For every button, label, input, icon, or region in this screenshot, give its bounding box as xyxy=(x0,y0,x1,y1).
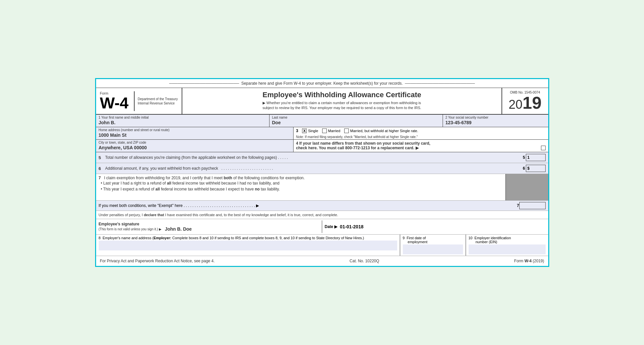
row7-bottom-text: If you meet both conditions, write "Exem… xyxy=(99,203,517,208)
sig-name: John B. Doe xyxy=(165,226,192,232)
w4-logo: W-4 xyxy=(100,95,129,111)
employer-date-cell: 9 First date of employment xyxy=(400,235,466,256)
ssn-label: 2 Your social security number xyxy=(446,116,546,119)
first-name-value: John B. xyxy=(99,119,267,126)
city-value: Anywhere, USA 00000 xyxy=(99,144,291,151)
employer-name-cell: 8 Employer's name and address (Employer:… xyxy=(96,235,400,256)
row-6: 6 Additional amount, if any, you want wi… xyxy=(96,163,548,174)
field3-label: 3 xyxy=(296,129,298,133)
last-name-value: Doe xyxy=(272,119,440,126)
married-option[interactable]: Married xyxy=(322,129,340,133)
row6-box-label: 6 xyxy=(523,166,525,171)
row7-input[interactable] xyxy=(519,202,546,209)
employer-value10[interactable] xyxy=(469,244,546,254)
header-logo-section: Form W-4 Department of the Treasury Inte… xyxy=(96,88,183,114)
field4-text2: check here. You must call 800-772-1213 f… xyxy=(296,146,419,150)
employer-value8[interactable] xyxy=(99,241,397,250)
city-label: City or town, state, and ZIP code xyxy=(99,141,291,144)
married-checkbox[interactable] xyxy=(322,129,327,133)
cell-last-name: Last name Doe xyxy=(270,115,443,127)
cell-first-name: 1 Your first name and middle initial Joh… xyxy=(96,115,270,127)
form-w4: ───────────────────────── ──────────────… xyxy=(95,78,549,267)
row7-bottom-section: If you meet both conditions, write "Exem… xyxy=(96,200,548,211)
married-higher-option[interactable]: Married, but withhold at higher Single r… xyxy=(344,129,418,133)
sig-right-section: Date ▶ 01-01-2018 xyxy=(322,220,548,233)
field4-text1: 4 If your last name differs from that sh… xyxy=(296,141,546,146)
address-value: 1000 Main St xyxy=(99,132,291,138)
row7-bullet2: • This year I expect a refund of all fed… xyxy=(99,186,503,192)
row7-num: 7 xyxy=(99,176,101,180)
form-footer: For Privacy Act and Paperwork Reduction … xyxy=(96,256,548,266)
field4-text2-row: check here. You must call 800-772-1213 f… xyxy=(296,146,546,150)
row6-text: Additional amount, if any, you want with… xyxy=(105,166,523,171)
employer-ein-cell: 10 Employer identification number (EIN) xyxy=(466,235,548,256)
row5-text: Total number of allowances you're claimi… xyxy=(105,155,523,160)
row5-input[interactable]: 1 xyxy=(526,154,546,161)
first-name-label: 1 Your first name and middle initial xyxy=(99,116,267,119)
sig-subtitle: (This form is not valid unless you sign … xyxy=(99,227,162,231)
row7-main-text: 7 I claim exemption from withholding for… xyxy=(96,174,505,194)
last-name-label: Last name xyxy=(272,116,440,119)
form-header: Form W-4 Department of the Treasury Inte… xyxy=(96,88,548,115)
row6-input[interactable]: $ xyxy=(526,165,546,172)
row5-box-label: 5 xyxy=(523,155,525,160)
employer-label8: 8 Employer's name and address (Employer:… xyxy=(99,236,397,240)
employer-label10: 10 Employer identification number (EIN) xyxy=(469,236,546,244)
field4-checkbox[interactable] xyxy=(541,146,546,150)
cell-city: City or town, state, and ZIP code Anywhe… xyxy=(96,140,294,152)
row-address-filing: Home address (number and street or rural… xyxy=(96,127,548,140)
row5-num: 5 xyxy=(99,155,105,160)
cell-ssn: 2 Your social security number 123-45-678… xyxy=(443,115,548,127)
footer-right: Form W-4 (2019) xyxy=(514,259,544,263)
date-value: 01-01-2018 xyxy=(340,224,364,229)
row7-top-section: 7 I claim exemption from withholding for… xyxy=(96,174,548,200)
employer-value9[interactable] xyxy=(403,244,463,254)
row6-num: 6 xyxy=(99,166,105,171)
filing-note: Note: If married filing separately, chec… xyxy=(294,134,548,139)
footer-left: For Privacy Act and Paperwork Reduction … xyxy=(100,259,215,263)
date-label: Date ▶ xyxy=(325,224,337,229)
ssn-value: 123-45-6789 xyxy=(446,119,546,126)
single-option[interactable]: X Single xyxy=(302,129,318,133)
filing-status-row: 3 X Single Married Married, but withhold… xyxy=(294,127,548,134)
row-5: 5 Total number of allowances you're clai… xyxy=(96,152,548,163)
row-name-ssn: 1 Your first name and middle initial Joh… xyxy=(96,115,548,127)
employee-sig-title: Employee's signature xyxy=(99,222,319,226)
employer-section: 8 Employer's name and address (Employer:… xyxy=(96,235,548,256)
single-label: Single xyxy=(308,129,318,133)
single-checkbox[interactable]: X xyxy=(302,129,307,133)
cell-field4: 4 If your last name differs from that sh… xyxy=(294,140,548,152)
header-omb-year: OMB No. 1545-0074 2019 xyxy=(502,88,548,114)
form-subtitle: ▶ Whether you're entitled to claim a cer… xyxy=(188,101,496,111)
form-title: Employee's Withholding Allowance Certifi… xyxy=(188,91,496,99)
address-label: Home address (number and street or rural… xyxy=(99,128,291,132)
cell-address: Home address (number and street or rural… xyxy=(96,127,294,139)
row5-box: 5 1 xyxy=(523,154,546,161)
perjury-statement: Under penalties of perjury, I declare th… xyxy=(96,211,548,219)
header-title-section: Employee's Withholding Allowance Certifi… xyxy=(182,88,502,114)
tax-year: 2019 xyxy=(508,94,541,111)
separator-top: ───────────────────────── ──────────────… xyxy=(96,79,548,88)
married-higher-checkbox[interactable] xyxy=(344,129,349,133)
row7-gray-area xyxy=(505,174,548,200)
sig-left-section: Employee's signature (This form is not v… xyxy=(96,220,322,233)
row7-line1: 7 I claim exemption from withholding for… xyxy=(99,176,503,180)
married-higher-label: Married, but withhold at higher Single r… xyxy=(350,129,418,133)
cell-filing-status: 3 X Single Married Married, but withhold… xyxy=(294,127,548,139)
signature-row: Employee's signature (This form is not v… xyxy=(96,219,548,235)
row-7: 7 I claim exemption from withholding for… xyxy=(96,174,548,211)
dept-text: Department of the Treasury Internal Reve… xyxy=(138,97,178,105)
row7-box-label: 7 xyxy=(517,203,519,208)
footer-center: Cat. No. 10220Q xyxy=(349,259,379,263)
row6-box: 6 $ xyxy=(523,165,546,172)
row-city-field4: City or town, state, and ZIP code Anywhe… xyxy=(96,140,548,152)
employer-label9: 9 First date of employment xyxy=(403,236,463,244)
married-label: Married xyxy=(328,129,340,133)
row7-bullet1: • Last year I had a right to a refund of… xyxy=(99,180,503,186)
